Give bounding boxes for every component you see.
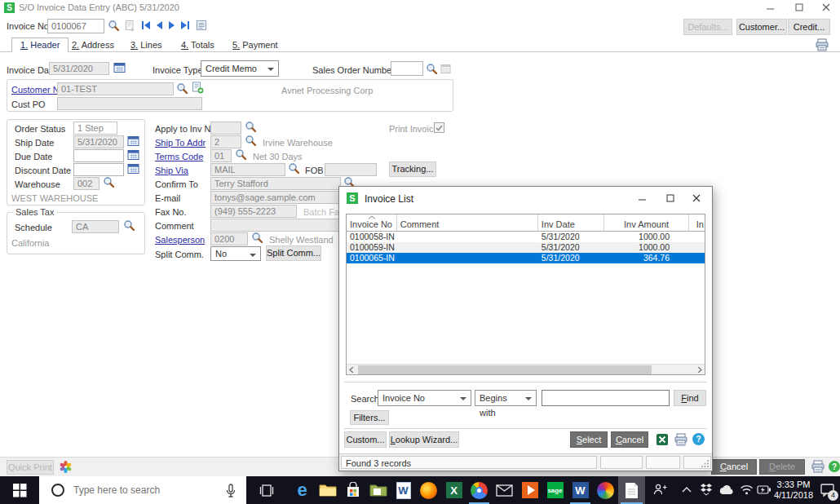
wifi-icon[interactable] [740,484,754,495]
first-record-icon[interactable] [141,20,151,30]
ship-via-link[interactable]: Ship Via [155,166,188,175]
task-view-button[interactable] [250,476,284,504]
discount-date-calendar-icon[interactable] [127,163,139,175]
taskbar-icon-documents-folder[interactable] [365,476,391,504]
maximize-button[interactable] [787,0,811,15]
search-value-input[interactable] [542,390,670,406]
filters-button[interactable]: Filters... [350,410,389,425]
customer-lookup-icon[interactable] [176,82,188,95]
action-center-button[interactable]: 4 [820,483,835,498]
salesperson-link[interactable]: Salesperson [155,235,205,245]
ship-to-addr-link[interactable]: Ship To Addr [155,138,206,148]
dialog-cancel-button[interactable]: Cancel [611,431,648,448]
dialog-close-button[interactable] [684,191,709,206]
taskbar-search-input[interactable] [73,484,225,496]
onedrive-cloud-icon[interactable] [718,485,734,495]
main-print-icon[interactable] [811,460,825,473]
sales-order-lookup-icon[interactable] [426,63,438,75]
salesperson-lookup-icon[interactable] [251,232,263,244]
tab-payment[interactable]: 5. Payment [232,40,278,50]
split-comm-dropdown[interactable]: No [210,246,261,261]
taskbar-clock[interactable]: 3:33 PM 4/11/2018 [770,480,817,501]
scroll-right-arrow[interactable] [694,365,705,374]
invoice-no-input[interactable] [47,19,104,33]
dropbox-icon[interactable] [700,483,713,496]
tab-address[interactable]: 2. Address [72,40,114,50]
search-operator-dropdown[interactable]: Begins with [475,390,537,406]
taskbar-icon-movies-tv[interactable] [517,476,542,504]
chevron-up-icon[interactable] [682,486,692,493]
people-icon[interactable] [653,483,667,496]
minimize-button[interactable] [758,0,783,15]
dialog-minimize-button[interactable] [630,191,655,206]
ship-via-lookup-icon[interactable] [288,162,300,175]
invoice-row[interactable]: 0100059-IN 5/31/2020 1000.00 [347,242,705,253]
invoice-type-dropdown[interactable]: Credit Memo [201,60,279,77]
select-button[interactable]: Select [570,431,608,448]
invoice-row-selected[interactable]: 0100065-IN 5/31/2020 364.76 [347,253,705,263]
terms-code-link[interactable]: Terms Code [155,152,203,161]
column-header-inv-date[interactable]: Inv Date [538,214,605,231]
invoice-lookup-icon[interactable] [108,20,120,32]
dialog-maximize-button[interactable] [658,191,683,206]
tracking-button[interactable]: Tracking... [389,161,436,177]
taskbar-icon-file-explorer[interactable] [315,476,340,504]
excel-export-icon[interactable] [656,433,669,446]
taskbar-icon-edge[interactable]: e [290,476,315,504]
taskbar-icon-word[interactable]: W [568,476,593,504]
main-cancel-button[interactable]: Cancel [711,459,757,475]
lookup-wizard-button[interactable]: Lookup Wizard... [389,431,459,448]
sales-order-input[interactable] [391,61,423,76]
invoice-row[interactable]: 0100058-IN 5/31/2020 1000.00 [347,232,705,242]
find-button[interactable]: Find [674,390,706,406]
discount-date-input[interactable] [73,163,124,176]
invoice-date-calendar-icon[interactable] [113,62,126,73]
tab-lines[interactable]: 3. Lines [130,40,162,50]
taskbar-icon-notepad-active[interactable] [618,476,645,504]
warehouse-lookup-icon[interactable] [103,176,115,188]
split-comm-button[interactable]: Split Comm... [266,245,321,261]
schedule-lookup-icon[interactable] [123,219,135,232]
taskbar-icon-firefox[interactable] [416,476,441,504]
column-header-inv-amount[interactable]: Inv Amount [604,214,689,231]
search-field-dropdown[interactable]: Invoice No [378,390,471,406]
customer-button[interactable]: Customer... [736,19,787,35]
terms-lookup-icon[interactable] [235,148,247,161]
due-date-calendar-icon[interactable] [127,149,139,161]
taskbar-icon-excel[interactable]: X [441,476,466,504]
taskbar-icon-paint-3d[interactable] [593,476,618,504]
credit-button[interactable]: Credit... [788,19,830,35]
dialog-print-icon[interactable] [674,433,688,446]
memo-icon[interactable] [196,20,207,31]
close-button[interactable] [814,0,838,15]
scrollbar-thumb[interactable] [358,365,652,374]
ship-to-lookup-icon[interactable] [245,135,257,147]
tab-totals[interactable]: 4. Totals [181,40,214,50]
taskbar-icon-store[interactable] [340,476,365,504]
start-button[interactable] [0,476,39,504]
taskbar-search-box[interactable] [39,476,246,504]
resize-grip[interactable] [701,459,710,467]
customer-add-icon[interactable] [191,82,204,94]
next-record-icon[interactable] [168,20,176,30]
column-header-comment[interactable]: Comment [397,214,538,231]
print-icon[interactable] [815,38,829,51]
last-record-icon[interactable] [180,20,190,30]
microphone-icon[interactable] [225,484,237,497]
horizontal-scrollbar[interactable] [347,364,705,374]
dialog-help-icon[interactable] [692,433,705,445]
taskbar-icon-word-viewer[interactable]: W [391,476,416,504]
taskbar-icon-sage[interactable]: sage [542,476,568,504]
due-date-input[interactable] [73,149,124,162]
apply-to-lookup-icon[interactable] [245,121,257,133]
taskbar-icon-mail[interactable] [492,476,517,504]
taskbar-icon-chrome[interactable] [466,476,492,504]
previous-record-icon[interactable] [155,20,163,30]
scroll-left-arrow[interactable] [347,365,357,374]
tab-header[interactable]: 1. Header [11,38,69,52]
ship-date-calendar-icon[interactable] [127,135,139,147]
custom-button[interactable]: Custom... [344,431,387,448]
main-help-icon[interactable] [829,461,840,472]
confirm-to-label: Confirm To [155,179,198,189]
column-header-inv-type[interactable]: In [689,214,705,231]
